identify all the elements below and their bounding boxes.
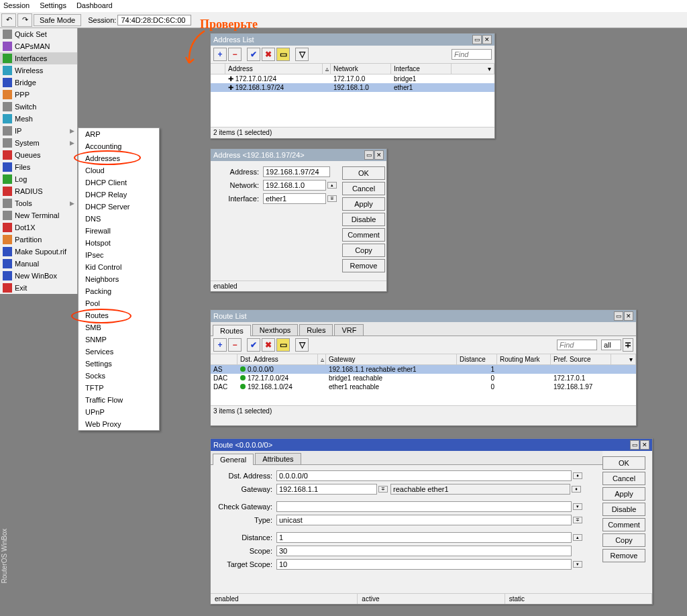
remove-button[interactable]: − xyxy=(228,338,242,352)
remove-button[interactable]: Remove xyxy=(602,549,645,562)
sidebar-item-ppp[interactable]: PPP xyxy=(0,89,77,101)
minimize-icon[interactable]: ▭ xyxy=(364,150,374,160)
minimize-icon[interactable]: ▭ xyxy=(472,35,482,44)
ip-menu-neighbors[interactable]: Neighbors xyxy=(78,273,159,285)
sidebar-item-bridge[interactable]: Bridge xyxy=(0,76,77,89)
add-button[interactable]: + xyxy=(213,338,227,352)
col-address[interactable]: Address xyxy=(225,64,323,74)
menu-settings[interactable]: Settings xyxy=(40,1,66,11)
comment-button[interactable]: Comment xyxy=(602,518,645,531)
filter-button[interactable]: ▽ xyxy=(295,48,309,61)
tab-routes[interactable]: Routes xyxy=(213,325,251,336)
sidebar-item-mesh[interactable]: Mesh xyxy=(0,113,77,125)
col-network[interactable]: Network xyxy=(331,64,391,74)
col-dst[interactable]: Dst. Address xyxy=(237,354,318,364)
apply-button[interactable]: Apply xyxy=(342,197,385,211)
menu-session[interactable]: Session xyxy=(3,1,30,11)
comment-button[interactable]: ▭ xyxy=(276,48,290,61)
sidebar-item-radius[interactable]: RADIUS xyxy=(0,185,77,197)
add-button[interactable]: + xyxy=(213,48,227,61)
redo-button[interactable]: ↷ xyxy=(17,13,32,27)
up-icon[interactable]: ♦ xyxy=(574,473,582,478)
tab-attributes[interactable]: Attributes xyxy=(255,453,301,464)
disable-button[interactable]: ✖ xyxy=(262,48,275,61)
ip-menu-hotspot[interactable]: Hotspot xyxy=(78,237,159,249)
sidebar-item-files[interactable]: Files xyxy=(0,161,77,173)
ip-menu-addresses[interactable]: Addresses xyxy=(78,152,159,164)
menu-dashboard[interactable]: Dashboard xyxy=(76,1,113,11)
address-dialog-titlebar[interactable]: Address <192.168.1.97/24> ▭ ✕ xyxy=(211,149,386,161)
tab-rules[interactable]: Rules xyxy=(299,324,333,336)
tab-nexthops[interactable]: Nexthops xyxy=(252,324,298,336)
ip-menu-arp[interactable]: ARP xyxy=(78,128,159,140)
ip-menu-web-proxy[interactable]: Web Proxy xyxy=(78,418,159,430)
route-dialog-titlebar[interactable]: Route <0.0.0.0/0> ▭✕ xyxy=(211,439,652,451)
ip-menu-dhcp-client[interactable]: DHCP Client xyxy=(78,176,159,189)
ip-menu-traffic-flow[interactable]: Traffic Flow xyxy=(78,394,159,406)
network-input[interactable] xyxy=(263,180,326,191)
sidebar-item-dot1x[interactable]: Dot1X xyxy=(0,221,77,234)
disable-button[interactable]: ✖ xyxy=(262,338,275,352)
address-row[interactable]: ✚ 172.17.0.1/24172.17.0.0bridge1 xyxy=(211,74,494,83)
dropdown-icon[interactable]: ∓ xyxy=(574,517,582,523)
comment-button[interactable]: Comment xyxy=(342,228,385,242)
gateway-input[interactable] xyxy=(276,484,377,495)
check-gateway-input[interactable] xyxy=(276,501,572,512)
ip-menu-snmp[interactable]: SNMP xyxy=(78,333,159,346)
disable-button[interactable]: Disable xyxy=(342,213,385,226)
ip-menu-routes[interactable]: Routes xyxy=(78,309,159,321)
find-input[interactable] xyxy=(452,49,492,60)
sidebar-item-tools[interactable]: Tools▶ xyxy=(0,197,77,209)
close-icon[interactable]: ✕ xyxy=(640,440,649,450)
dst-address-input[interactable] xyxy=(276,470,572,481)
ip-menu-packing[interactable]: Packing xyxy=(78,285,159,297)
tab-vrf[interactable]: VRF xyxy=(334,324,364,336)
sidebar-item-log[interactable]: Log xyxy=(0,173,77,185)
enable-button[interactable]: ✔ xyxy=(247,338,260,352)
cancel-button[interactable]: Cancel xyxy=(342,182,385,195)
col-pref-source[interactable]: Pref. Source xyxy=(551,354,611,364)
ip-menu-cloud[interactable]: Cloud xyxy=(78,164,159,176)
ip-menu-kid-control[interactable]: Kid Control xyxy=(78,261,159,273)
ip-menu-services[interactable]: Services xyxy=(78,346,159,358)
sidebar-item-system[interactable]: System▶ xyxy=(0,137,77,149)
ok-button[interactable]: OK xyxy=(602,456,645,470)
route-row[interactable]: DAC172.17.0.0/24bridge1 reachable0172.17… xyxy=(211,374,636,382)
sidebar-item-manual[interactable]: Manual xyxy=(0,258,77,270)
ip-menu-tftp[interactable]: TFTP xyxy=(78,382,159,394)
address-list-titlebar[interactable]: Address List ▭ ✕ xyxy=(211,34,494,46)
ip-menu-dns[interactable]: DNS xyxy=(78,213,159,225)
find-input[interactable] xyxy=(557,340,597,350)
col-routing-mark[interactable]: Routing Mark xyxy=(497,354,551,364)
cancel-button[interactable]: Cancel xyxy=(602,472,645,485)
sidebar-item-queues[interactable]: Queues xyxy=(0,149,77,161)
distance-input[interactable] xyxy=(276,532,572,543)
route-list-titlebar[interactable]: Route List ▭✕ xyxy=(211,310,636,322)
minimize-icon[interactable]: ▭ xyxy=(630,440,639,450)
dropdown-icon[interactable]: ∓ xyxy=(623,338,633,352)
close-icon[interactable]: ✕ xyxy=(624,311,633,321)
up-icon[interactable]: ▴ xyxy=(574,535,582,540)
enable-button[interactable]: ✔ xyxy=(247,48,260,61)
ip-menu-firewall[interactable]: Firewall xyxy=(78,225,159,237)
sidebar-item-quick-set[interactable]: Quick Set xyxy=(0,28,77,40)
sidebar-item-new-terminal[interactable]: New Terminal xyxy=(0,209,77,221)
remove-button[interactable]: − xyxy=(228,48,242,61)
sidebar-item-partition[interactable]: Partition xyxy=(0,234,77,246)
undo-button[interactable]: ↶ xyxy=(1,13,16,27)
col-gateway[interactable]: Gateway xyxy=(326,354,457,364)
dropdown-icon[interactable]: ▾ xyxy=(574,504,582,509)
filter-all[interactable] xyxy=(601,340,621,350)
safe-mode-button[interactable]: Safe Mode xyxy=(34,14,81,26)
ip-menu-dhcp-server[interactable]: DHCP Server xyxy=(78,201,159,213)
up-icon[interactable]: ▴ xyxy=(328,183,336,188)
up-icon[interactable]: ♦ xyxy=(572,486,580,492)
sidebar-item-wireless[interactable]: Wireless xyxy=(0,64,77,76)
sidebar-item-ip[interactable]: IP▶ xyxy=(0,125,77,137)
ip-menu-socks[interactable]: Socks xyxy=(78,370,159,382)
apply-button[interactable]: Apply xyxy=(602,487,645,501)
col-interface[interactable]: Interface xyxy=(391,64,452,74)
disable-button[interactable]: Disable xyxy=(602,503,645,516)
ok-button[interactable]: OK xyxy=(342,166,385,180)
route-row[interactable]: AS0.0.0.0/0192.168.1.1 reachable ether11 xyxy=(211,365,636,374)
